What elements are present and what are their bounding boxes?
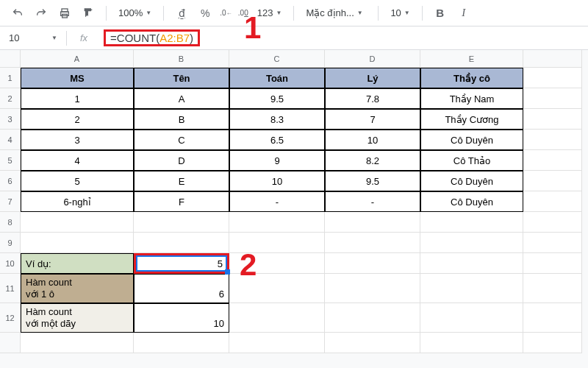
number-format-dropdown[interactable]: 123▼ [254,7,285,18]
cell-E1[interactable]: Thầy cô [420,68,523,88]
cell-toan[interactable]: - [229,191,325,212]
cell-B12[interactable]: 10 [134,303,229,333]
col-header-B[interactable]: B [134,50,229,68]
cell-ms[interactable]: 5 [21,171,134,191]
cell-ten[interactable]: B [134,109,229,130]
cell-ten[interactable]: A [134,88,229,109]
cell[interactable] [325,274,420,303]
cell-ms[interactable]: 2 [21,109,134,130]
undo-button[interactable] [9,4,26,22]
cell[interactable] [134,333,229,353]
cell-ly[interactable]: - [325,191,420,212]
cell-A12[interactable]: Hàm count với một dãy [21,303,134,333]
cell-ms[interactable]: 4 [21,150,134,171]
cell-B10-active[interactable]: 5 [134,253,229,274]
paint-format-button[interactable] [79,4,97,22]
cell-thayco[interactable]: Cô Duyên [420,191,523,212]
cell[interactable] [523,233,582,253]
increase-decimal-button[interactable]: .00 [238,4,248,22]
cell[interactable] [420,303,523,333]
decrease-decimal-button[interactable]: .0← [220,4,232,22]
cell-A11[interactable]: Hàm count với 1 ô [21,274,134,303]
cell-ten[interactable]: E [134,171,229,191]
bold-button[interactable]: B [431,4,449,22]
cell[interactable] [523,191,582,212]
cell[interactable] [523,109,582,130]
cell[interactable] [21,212,134,233]
cell-ly[interactable]: 7 [325,109,420,130]
cell[interactable] [325,233,420,253]
cell[interactable] [523,303,582,333]
cell-A10[interactable]: Ví dụ: [21,253,134,274]
cell[interactable] [134,233,229,253]
col-header-blank[interactable] [523,50,582,68]
cell-ten[interactable]: D [134,150,229,171]
cell[interactable] [229,274,325,303]
cell[interactable] [420,233,523,253]
zoom-dropdown[interactable]: 100%▼ [115,7,154,18]
row-header[interactable]: 7 [0,191,21,212]
cell-thayco[interactable]: Cô Duyên [420,130,523,150]
cell[interactable] [229,253,325,274]
formula-input[interactable]: =COUNT(A2:B7) [98,28,579,48]
name-box[interactable]: 10 [9,32,46,43]
row-header-12[interactable]: 12 [0,303,21,333]
cell[interactable] [325,253,420,274]
redo-button[interactable] [32,4,50,22]
cell-C1[interactable]: Toán [229,68,325,88]
cell[interactable] [325,333,420,353]
cell-toan[interactable]: 6.5 [229,130,325,150]
percent-button[interactable]: % [196,4,214,22]
row-header[interactable]: 4 [0,130,21,150]
font-size-dropdown[interactable]: 10▼ [387,7,412,18]
col-header-E[interactable]: E [420,50,523,68]
cell[interactable] [21,333,134,353]
row-header-9[interactable]: 9 [0,233,21,253]
cell-toan[interactable]: 9.5 [229,88,325,109]
row-header[interactable]: 5 [0,150,21,171]
cell-ms[interactable]: 3 [21,130,134,150]
cell-ly[interactable]: 8.2 [325,150,420,171]
cell[interactable] [229,303,325,333]
cell-B11[interactable]: 6 [134,274,229,303]
cell-D1[interactable]: Lý [325,68,420,88]
font-dropdown[interactable]: Mặc định...▼ [303,7,369,18]
row-header-11[interactable]: 11 [0,274,21,303]
row-header-8[interactable]: 8 [0,212,21,233]
cell[interactable] [420,212,523,233]
cell[interactable] [21,233,134,253]
row-header[interactable]: 3 [0,109,21,130]
cell[interactable] [325,303,420,333]
cell[interactable] [420,253,523,274]
cell-thayco[interactable]: Cô Duyên [420,171,523,191]
cell-toan[interactable]: 8.3 [229,109,325,130]
cell[interactable] [523,68,582,88]
cell[interactable] [420,274,523,303]
cell[interactable] [523,253,582,274]
print-button[interactable] [56,4,74,22]
col-header-A[interactable]: A [21,50,134,68]
cell-ly[interactable]: 9.5 [325,171,420,191]
italic-button[interactable]: I [455,4,473,22]
row-header[interactable]: 6 [0,171,21,191]
cell[interactable] [523,130,582,150]
cell[interactable] [523,150,582,171]
cell-thayco[interactable]: Thầy Cương [420,109,523,130]
cell-A1[interactable]: MS [21,68,134,88]
cell-ly[interactable]: 7.8 [325,88,420,109]
cell-thayco[interactable]: Thầy Nam [420,88,523,109]
cell-toan[interactable]: 10 [229,171,325,191]
chevron-down-icon[interactable]: ▼ [51,35,57,41]
cell[interactable] [229,212,325,233]
cell[interactable] [420,333,523,353]
cell[interactable] [523,88,582,109]
cell-B1[interactable]: Tên [134,68,229,88]
row-header[interactable] [0,333,21,353]
cell-thayco[interactable]: Cô Thảo [420,150,523,171]
cell-ten[interactable]: F [134,191,229,212]
row-header-1[interactable]: 1 [0,68,21,88]
row-header[interactable]: 2 [0,88,21,109]
cell[interactable] [523,274,582,303]
cell[interactable] [229,333,325,353]
fill-handle[interactable] [225,269,230,275]
